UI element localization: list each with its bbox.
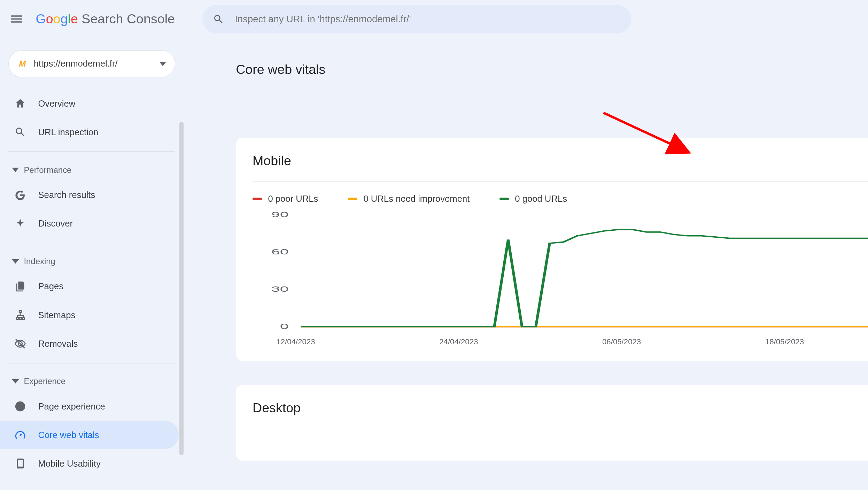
sidebar-item-removals[interactable]: Removals (0, 329, 179, 358)
sidebar-section-performance[interactable]: Performance (0, 157, 184, 181)
mobile-card-title: Mobile (253, 153, 291, 168)
sidebar-item-url-inspection[interactable]: URL inspection (0, 118, 179, 147)
dropdown-caret-icon (159, 60, 166, 68)
sidebar-item-mobile-usability[interactable]: Mobile Usability (0, 449, 179, 478)
mobile-card: Mobile OPEN REPORT 0 poor URLs 0 URLs ne… (236, 138, 868, 361)
chart-legend: 0 poor URLs 0 URLs need improvement 0 go… (253, 190, 868, 209)
chevron-down-icon (12, 378, 19, 385)
logo-suffix: Search Console (82, 12, 175, 26)
pages-icon (14, 281, 26, 292)
property-selector[interactable]: M https://enmodemel.fr/ (8, 50, 175, 78)
hamburger-menu-icon[interactable] (9, 12, 24, 26)
sidebar-section-indexing[interactable]: Indexing (0, 248, 184, 272)
desktop-card-title: Desktop (253, 400, 301, 415)
svg-text:30: 30 (271, 285, 289, 293)
search-icon (14, 126, 26, 138)
sidebar-item-overview[interactable]: Overview (0, 89, 179, 118)
sidebar-item-discover[interactable]: Discover (0, 209, 179, 238)
eye-off-icon (14, 338, 26, 350)
chevron-down-icon (12, 258, 19, 265)
sidebar-section-experience[interactable]: Experience (0, 368, 184, 392)
sidebar-item-core-web-vitals[interactable]: Core web vitals (0, 421, 179, 449)
legend-poor[interactable]: 0 poor URLs (253, 194, 318, 204)
circle-plus-icon (14, 400, 26, 412)
mobile-icon (14, 458, 26, 469)
svg-text:90: 90 (271, 212, 289, 219)
logo[interactable]: Google Search Console (36, 12, 175, 26)
sidebar-scrollbar[interactable] (179, 122, 184, 455)
sitemap-icon (14, 309, 26, 321)
legend-good[interactable]: 0 good URLs (499, 194, 567, 204)
google-g-icon (14, 189, 26, 201)
mobile-chart: 0306090 12/04/202324/04/202306/05/202318… (253, 212, 868, 349)
desktop-card: Desktop OPEN REPORT (236, 385, 868, 461)
property-favicon: M (17, 59, 28, 69)
sidebar-item-pages[interactable]: Pages (0, 272, 179, 301)
sidebar-item-search-results[interactable]: Search results (0, 181, 179, 209)
chevron-down-icon (12, 166, 19, 174)
sidebar-item-page-experience[interactable]: Page experience (0, 392, 179, 421)
sidebar-item-sitemaps[interactable]: Sitemaps (0, 301, 179, 329)
page-title: Core web vitals (236, 62, 868, 94)
discover-icon (14, 218, 26, 230)
property-url: https://enmodemel.fr/ (34, 59, 153, 69)
home-icon (14, 98, 26, 109)
search-icon (213, 13, 224, 25)
svg-text:0: 0 (280, 322, 289, 331)
speedometer-icon (14, 429, 26, 441)
legend-needs-improvement[interactable]: 0 URLs need improvement (348, 194, 470, 204)
svg-text:60: 60 (271, 247, 289, 256)
url-inspect-search[interactable] (202, 5, 631, 33)
search-input[interactable] (235, 14, 620, 25)
